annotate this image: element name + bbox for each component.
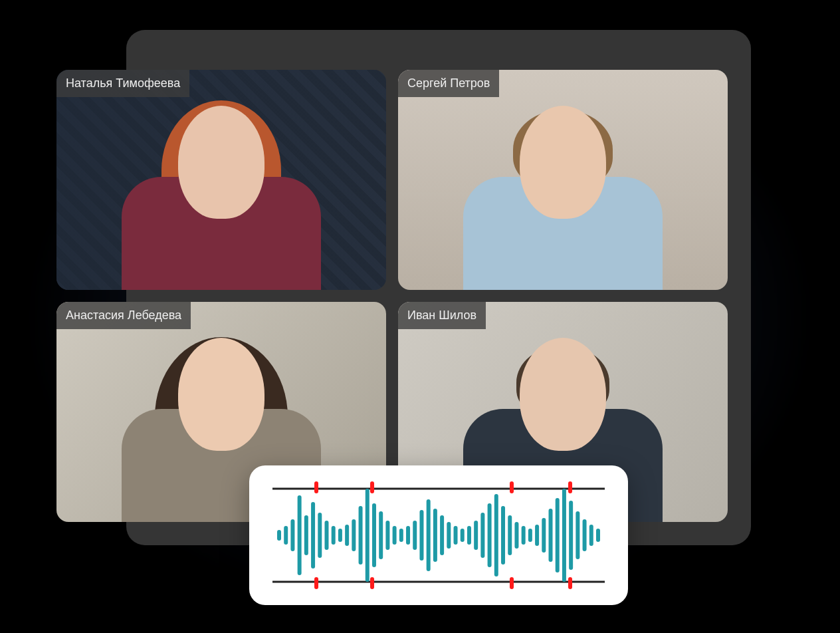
svg-rect-54 bbox=[576, 511, 579, 559]
participant-tile[interactable]: Наталья Тимофеева bbox=[56, 70, 386, 290]
svg-rect-19 bbox=[338, 529, 342, 542]
svg-rect-9 bbox=[568, 577, 572, 589]
svg-rect-46 bbox=[522, 526, 526, 545]
svg-rect-8 bbox=[568, 481, 572, 493]
svg-rect-4 bbox=[370, 481, 374, 493]
svg-rect-13 bbox=[298, 495, 302, 575]
svg-rect-2 bbox=[314, 481, 318, 493]
svg-rect-47 bbox=[528, 529, 532, 542]
svg-rect-29 bbox=[406, 526, 410, 545]
svg-rect-3 bbox=[314, 577, 318, 589]
svg-rect-57 bbox=[596, 529, 600, 542]
svg-rect-56 bbox=[589, 525, 593, 546]
svg-rect-37 bbox=[461, 529, 465, 542]
svg-rect-38 bbox=[467, 526, 471, 545]
svg-rect-40 bbox=[480, 513, 484, 558]
svg-rect-31 bbox=[419, 510, 423, 561]
svg-rect-18 bbox=[332, 526, 336, 545]
svg-rect-49 bbox=[542, 518, 546, 553]
svg-rect-39 bbox=[474, 521, 478, 550]
svg-rect-42 bbox=[494, 494, 498, 576]
svg-rect-41 bbox=[488, 503, 492, 567]
svg-rect-30 bbox=[413, 521, 417, 550]
participant-name-badge: Анастасия Лебедева bbox=[56, 302, 191, 329]
svg-rect-11 bbox=[284, 526, 288, 545]
participant-grid: Наталья Тимофеева Сергей Петров Анастаси… bbox=[56, 70, 728, 522]
audio-waveform-card bbox=[249, 465, 628, 605]
svg-rect-43 bbox=[501, 506, 505, 565]
svg-rect-48 bbox=[535, 525, 539, 546]
participant-name-badge: Сергей Петров bbox=[398, 70, 499, 97]
svg-rect-35 bbox=[447, 522, 451, 549]
svg-rect-55 bbox=[583, 519, 587, 551]
svg-rect-50 bbox=[549, 509, 553, 562]
svg-rect-53 bbox=[569, 501, 573, 570]
svg-rect-27 bbox=[393, 526, 397, 545]
svg-rect-16 bbox=[318, 513, 322, 558]
svg-rect-26 bbox=[385, 521, 389, 550]
svg-rect-44 bbox=[508, 515, 512, 555]
waveform-icon bbox=[259, 465, 618, 605]
svg-rect-22 bbox=[359, 506, 363, 565]
svg-rect-15 bbox=[311, 502, 315, 569]
svg-rect-17 bbox=[324, 521, 328, 550]
svg-rect-32 bbox=[427, 499, 431, 571]
svg-rect-21 bbox=[352, 519, 356, 551]
svg-rect-5 bbox=[370, 577, 374, 589]
svg-rect-7 bbox=[510, 577, 514, 589]
svg-rect-20 bbox=[345, 525, 349, 546]
participant-name-badge: Наталья Тимофеева bbox=[56, 70, 189, 97]
svg-rect-45 bbox=[514, 522, 518, 549]
svg-rect-12 bbox=[290, 519, 294, 551]
participant-name-badge: Иван Шилов bbox=[398, 302, 486, 329]
svg-rect-23 bbox=[366, 489, 369, 582]
svg-rect-52 bbox=[562, 489, 566, 582]
svg-rect-36 bbox=[454, 526, 458, 545]
svg-rect-34 bbox=[440, 515, 444, 555]
participant-tile[interactable]: Сергей Петров bbox=[398, 70, 728, 290]
svg-rect-33 bbox=[433, 509, 437, 562]
svg-rect-51 bbox=[556, 498, 560, 572]
svg-rect-24 bbox=[372, 503, 376, 567]
svg-rect-10 bbox=[277, 530, 281, 541]
svg-rect-25 bbox=[379, 511, 383, 559]
svg-rect-6 bbox=[510, 481, 514, 493]
svg-rect-28 bbox=[399, 529, 403, 542]
svg-rect-14 bbox=[304, 515, 308, 555]
